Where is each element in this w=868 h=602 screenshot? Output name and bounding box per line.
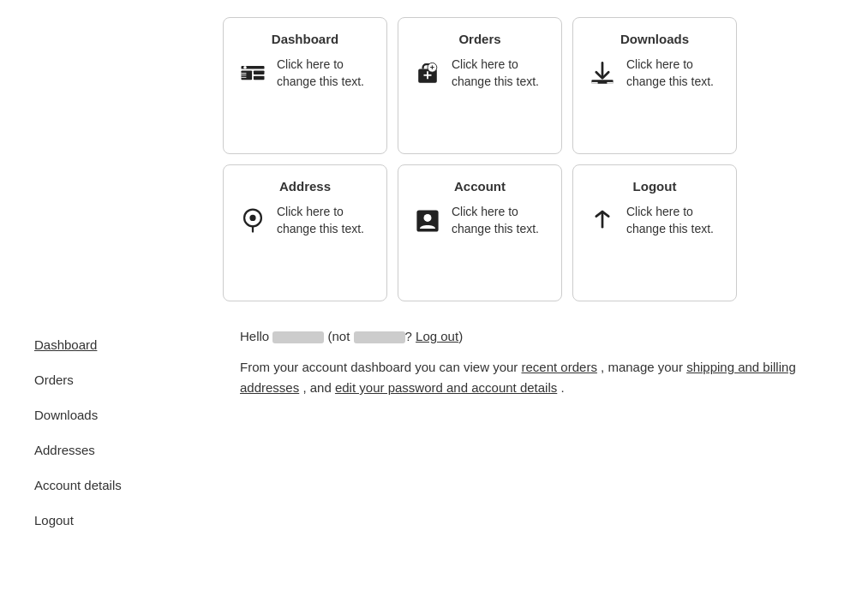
card-account[interactable]: Account Click here to change this text. bbox=[398, 164, 562, 301]
card-logout[interactable]: Logout Click here to change this text. bbox=[572, 164, 737, 301]
card-body-downloads: Click here to change this text. bbox=[587, 57, 722, 96]
card-title-account: Account bbox=[454, 179, 506, 194]
desc-mid1: , manage your bbox=[601, 360, 683, 374]
card-body-address: Click here to change this text. bbox=[237, 204, 373, 243]
sidebar-item-addresses[interactable]: Addresses bbox=[34, 432, 206, 468]
svg-text:≡: ≡ bbox=[241, 69, 247, 81]
card-downloads[interactable]: Downloads Click here to change this text… bbox=[572, 17, 737, 154]
username-redacted bbox=[272, 331, 324, 343]
svg-point-15 bbox=[249, 215, 255, 221]
card-title-orders: Orders bbox=[458, 32, 500, 46]
card-text-dashboard: Click here to change this text. bbox=[277, 57, 373, 90]
card-orders[interactable]: Orders + Click here to change this text. bbox=[398, 17, 562, 154]
account-icon bbox=[412, 206, 443, 243]
svg-rect-3 bbox=[254, 76, 265, 80]
card-address[interactable]: Address Click here to change this text. bbox=[223, 164, 387, 301]
card-dashboard[interactable]: Dashboard ≡ Click here to change this te… bbox=[223, 17, 387, 154]
recent-orders-link[interactable]: recent orders bbox=[522, 360, 597, 374]
hello-text: Hello (not ? Log out) bbox=[240, 329, 834, 343]
card-title-downloads: Downloads bbox=[620, 32, 689, 46]
desc-mid2: , and bbox=[302, 380, 331, 395]
hello-prefix: Hello bbox=[240, 329, 269, 343]
sidebar-item-dashboard[interactable]: Dashboard bbox=[34, 327, 206, 362]
main-content: Hello (not ? Log out) From your account … bbox=[240, 327, 834, 538]
card-text-downloads: Click here to change this text. bbox=[626, 57, 722, 90]
hello-not: (not bbox=[328, 329, 350, 343]
username2-redacted bbox=[354, 331, 405, 343]
sidebar-item-downloads[interactable]: Downloads bbox=[34, 397, 206, 432]
card-body-account: Click here to change this text. bbox=[412, 204, 548, 243]
svg-rect-2 bbox=[254, 70, 265, 75]
card-body-orders: + Click here to change this text. bbox=[412, 57, 548, 96]
sidebar-item-logout[interactable]: Logout bbox=[34, 503, 206, 538]
bottom-section: DashboardOrdersDownloadsAddressesAccount… bbox=[34, 327, 834, 538]
close-paren: ) bbox=[458, 329, 463, 343]
card-body-logout: Click here to change this text. bbox=[587, 204, 722, 243]
card-text-address: Click here to change this text. bbox=[277, 204, 373, 237]
sidebar-item-account-details[interactable]: Account details bbox=[34, 468, 206, 503]
card-body-dashboard: ≡ Click here to change this text. bbox=[237, 57, 373, 96]
dashboard-description: From your account dashboard you can view… bbox=[240, 357, 834, 398]
downloads-icon bbox=[587, 58, 618, 96]
svg-point-17 bbox=[424, 214, 432, 222]
svg-point-4 bbox=[243, 66, 247, 69]
svg-text:+: + bbox=[430, 63, 434, 72]
dashboard-icon: ≡ bbox=[237, 58, 268, 96]
logout-icon bbox=[587, 206, 618, 243]
hello-suffix: ? bbox=[405, 329, 412, 343]
card-text-account: Click here to change this text. bbox=[452, 204, 548, 237]
card-title-dashboard: Dashboard bbox=[272, 32, 338, 46]
sidebar-nav: DashboardOrdersDownloadsAddressesAccount… bbox=[34, 327, 206, 538]
card-title-logout: Logout bbox=[633, 179, 677, 194]
svg-rect-13 bbox=[607, 82, 613, 84]
desc-end: . bbox=[560, 380, 564, 395]
page-wrapper: Dashboard ≡ Click here to change this te… bbox=[0, 0, 868, 555]
address-icon bbox=[237, 206, 268, 243]
card-text-orders: Click here to change this text. bbox=[452, 57, 548, 90]
svg-rect-12 bbox=[591, 82, 597, 84]
orders-icon: + bbox=[412, 58, 443, 96]
card-title-address: Address bbox=[279, 179, 331, 194]
cards-grid: Dashboard ≡ Click here to change this te… bbox=[223, 17, 737, 301]
log-out-link[interactable]: Log out bbox=[416, 329, 458, 343]
sidebar-item-orders[interactable]: Orders bbox=[34, 362, 206, 397]
account-details-link[interactable]: edit your password and account details bbox=[335, 380, 557, 395]
desc-prefix: From your account dashboard you can view… bbox=[240, 360, 518, 374]
card-text-logout: Click here to change this text. bbox=[626, 204, 722, 237]
